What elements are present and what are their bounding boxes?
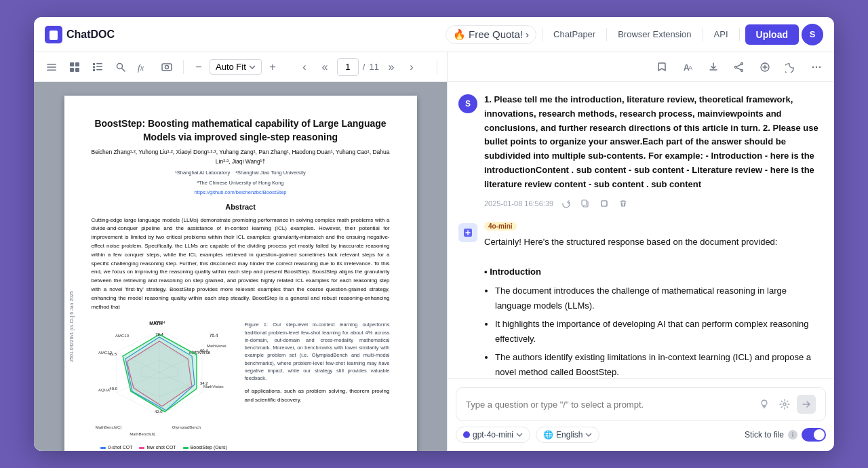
user-message-avatar: S xyxy=(458,94,477,113)
abstract-title: Abstract xyxy=(92,201,390,213)
stick-toggle[interactable] xyxy=(802,428,826,442)
svg-rect-62 xyxy=(582,200,587,206)
svg-rect-7 xyxy=(75,62,79,66)
svg-point-60 xyxy=(819,66,821,67)
api-link[interactable]: API xyxy=(709,26,734,42)
info-icon[interactable]: i xyxy=(788,430,797,440)
toggle-thumb xyxy=(814,429,825,440)
svg-text:76.4: 76.4 xyxy=(209,333,218,338)
chat-input-field[interactable] xyxy=(466,399,751,410)
list-view-btn[interactable] xyxy=(88,58,107,77)
grid-view-btn[interactable] xyxy=(65,58,84,77)
chatpaper-link[interactable]: ChatPaper xyxy=(548,26,601,42)
settings-btn[interactable] xyxy=(776,396,793,412)
paper-link[interactable]: https://github.com/beichenzbc/BoostStep xyxy=(92,189,390,196)
bookmark-btn[interactable] xyxy=(652,58,671,77)
user-avatar[interactable]: S xyxy=(802,24,823,45)
svg-point-66 xyxy=(783,403,786,406)
svg-text:42.0: 42.0 xyxy=(155,410,163,414)
language-selector[interactable]: 🌐 English xyxy=(536,427,599,443)
bot-badge: 4o-mini xyxy=(484,222,517,231)
prev-page-btn[interactable]: ‹ xyxy=(296,59,313,75)
send-button[interactable] xyxy=(797,395,816,414)
lightbulb-btn[interactable] xyxy=(756,396,772,412)
chat-messages[interactable]: S 1. Please tell me the introduction, li… xyxy=(448,82,834,378)
download-btn[interactable] xyxy=(704,58,723,77)
svg-rect-15 xyxy=(96,69,102,71)
chart-legend: 0-shot COT few-shot COT BoostStep (Ours) xyxy=(92,444,237,451)
svg-line-55 xyxy=(736,64,741,66)
next-page-btn[interactable]: › xyxy=(403,59,420,75)
night-mode-btn[interactable] xyxy=(781,58,800,77)
header-nav: 🔥 Free Quota! › ChatPaper Browser Extens… xyxy=(446,24,823,45)
svg-rect-64 xyxy=(601,201,607,206)
svg-rect-8 xyxy=(70,68,74,72)
logo-text: ChatDOC xyxy=(66,28,115,41)
more-btn[interactable] xyxy=(807,58,826,77)
main-content: fx − Auto Fit + ‹ « xyxy=(34,52,834,451)
formula-btn[interactable]: fx xyxy=(134,58,153,77)
chat-input-box xyxy=(456,387,826,421)
screenshot-btn[interactable] xyxy=(157,58,176,77)
svg-text:MATH: MATH xyxy=(153,320,165,324)
svg-text:AQUA: AQUA xyxy=(98,388,110,392)
browser-extension-link[interactable]: Browser Extension xyxy=(612,26,696,42)
first-page-btn[interactable]: « xyxy=(317,59,333,75)
svg-line-17 xyxy=(122,68,125,71)
svg-text:fx: fx xyxy=(138,62,144,73)
free-quota-label: Free Quota! xyxy=(469,28,523,40)
svg-rect-11 xyxy=(96,63,102,64)
logo-icon xyxy=(45,26,62,43)
zoom-in-btn[interactable]: + xyxy=(264,59,281,75)
ai-btn[interactable] xyxy=(755,58,774,77)
svg-text:MathBench(II): MathBench(II) xyxy=(130,432,155,436)
legend-booststep: BoostStep (Ours) xyxy=(183,444,227,451)
model-label: gpt-4o-mini xyxy=(473,430,513,440)
toolbar-divider-2 xyxy=(437,60,437,74)
svg-point-54 xyxy=(735,66,737,68)
app-logo: ChatDOC xyxy=(45,26,115,43)
copy-msg-btn[interactable] xyxy=(578,196,593,211)
bot-message-text: Certainly! Here's the structured respons… xyxy=(484,235,823,378)
svg-point-58 xyxy=(812,66,814,67)
nav-divider-1 xyxy=(542,28,542,41)
model-selector[interactable]: gpt-4o-mini xyxy=(456,427,530,443)
svg-text:OlympiadBench: OlympiadBench xyxy=(172,425,200,429)
refresh-msg-btn[interactable] xyxy=(559,196,574,211)
svg-text:AMC10: AMC10 xyxy=(115,334,130,338)
page-controls: ‹ « / 11 » › xyxy=(296,58,420,76)
figure-caption: Figure 1: Our step-level in-context lear… xyxy=(245,321,390,382)
section-intro-list: The document introduces the challenge of… xyxy=(495,284,823,378)
affiliation-2: ³The Chinese University of Hong Kong xyxy=(92,179,390,187)
toolbar-left-group: fx xyxy=(42,58,176,77)
svg-rect-63 xyxy=(601,201,607,206)
free-quota-btn[interactable]: 🔥 Free Quota! › xyxy=(446,25,536,44)
nav-divider-4 xyxy=(739,28,740,41)
chat-input-area: gpt-4o-mini 🌐 English Stick to file i xyxy=(448,378,834,451)
intro-item-2: It highlights the importance of developi… xyxy=(495,317,823,347)
last-page-btn[interactable]: » xyxy=(383,59,399,75)
search-btn[interactable] xyxy=(111,58,130,77)
page-number-input[interactable] xyxy=(337,58,359,76)
legend-0shot: 0-shot COT xyxy=(100,444,132,451)
radar-chart: MATH 76.4 MathVerse MATH MathVerse MathV… xyxy=(92,317,227,439)
chat-panel: AA xyxy=(448,52,834,451)
section-intro-title: • Introduction xyxy=(484,267,541,277)
svg-text:40.0: 40.0 xyxy=(109,387,117,391)
sidebar-toggle-btn[interactable] xyxy=(42,58,61,77)
share-btn[interactable] xyxy=(730,58,749,77)
font-btn[interactable]: AA xyxy=(678,58,697,77)
user-message-content: 1. Please tell me the introduction, lite… xyxy=(484,93,823,211)
pdf-content-area[interactable]: 2501.03226v1 [cs.CL] 6 Jan 2025 BoostSte… xyxy=(34,82,447,451)
svg-text:A: A xyxy=(688,64,692,71)
delete-msg-btn[interactable] xyxy=(616,196,631,211)
svg-rect-19 xyxy=(162,64,172,71)
zoom-out-btn[interactable]: − xyxy=(191,59,207,75)
svg-point-52 xyxy=(741,62,743,64)
fit-select[interactable]: Auto Fit xyxy=(210,59,262,75)
share-msg-btn[interactable] xyxy=(597,196,612,211)
svg-text:60.4: 60.4 xyxy=(200,349,208,353)
svg-point-59 xyxy=(816,66,817,67)
page-separator: / xyxy=(363,62,366,72)
upload-button[interactable]: Upload xyxy=(745,24,799,45)
